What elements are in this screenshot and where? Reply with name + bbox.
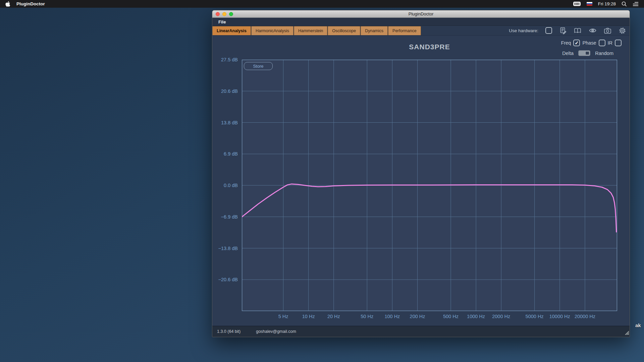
frequency-response-plot[interactable]: Store [242,60,617,311]
y-tick-label: 13.8 dB [221,120,238,125]
y-tick-label: 0.0 dB [224,183,238,188]
y-tick-label: 27.5 dB [221,57,238,62]
random-label: Random [595,51,613,56]
y-tick-label: −20.6 dB [218,277,238,282]
minimize-button[interactable] [222,12,226,16]
x-tick-label: 100 Hz [384,314,400,319]
x-tick-label: 10000 Hz [549,314,570,319]
x-tick-label: 50 Hz [361,314,373,319]
tab-linearanalysis[interactable]: LinearAnalysis [212,26,251,35]
spotlight-search-icon[interactable] [622,1,627,7]
signal-mode-controls: Delta Random [562,50,613,56]
flag-stripe-red [587,4,592,6]
tab-harmonicanalysis[interactable]: HarmonicAnalysis [251,26,293,35]
x-tick-label: 1000 Hz [467,314,485,319]
x-tick-label: 10 Hz [302,314,315,319]
x-tick-label: 200 Hz [410,314,425,319]
tab-performance[interactable]: Performance [388,26,421,35]
tab-oscilloscope[interactable]: Oscilloscope [328,26,360,35]
author-email: goshalev@gmail.com [256,329,296,334]
camera-icon[interactable] [604,27,611,34]
close-button[interactable] [216,12,220,16]
y-tick-label: −6.9 dB [221,214,238,220]
file-menu[interactable]: File [218,19,226,24]
response-curve [242,184,616,232]
apple-icon[interactable] [5,1,10,7]
x-tick-label: 5000 Hz [526,314,544,319]
plugindoctor-window: PluginDoctor File LinearAnalysisHarmonic… [212,10,630,337]
window-titlebar[interactable]: PluginDoctor [212,10,630,18]
status-bar: 1.3.0 (64 bit) goshalev@gmail.com [212,326,630,337]
keyboard-icon[interactable] [573,1,581,7]
y-tick-label: 20.6 dB [221,88,238,94]
linear-analysis-panel: Freq ✓ Phase IR Delta Random SAND3PRE 27… [212,36,630,326]
delta-label: Delta [562,51,574,56]
notes-icon[interactable] [559,27,567,34]
eye-icon[interactable] [589,27,597,34]
notification-list-icon[interactable] [633,2,639,6]
tab-toolbar-row: LinearAnalysisHarmonicAnalysisHammerstei… [212,26,630,36]
tab-hammerstein[interactable]: Hammerstein [294,26,327,35]
x-tick-label: 5 Hz [278,314,288,319]
version-text: 1.3.0 (64 bit) [217,329,240,334]
x-tick-label: 2000 Hz [492,314,510,319]
y-tick-label: 6.9 dB [224,151,238,157]
menu-bar: PluginDoctor Fri 19:28 [0,0,644,8]
window-menu-bar: File [212,18,630,26]
use-hardware-checkbox[interactable] [545,27,552,34]
plot-canvas [242,60,617,311]
input-language-flag-icon[interactable] [587,2,592,6]
plugin-name-title: SAND3PRE [242,43,617,51]
menubar-app-name[interactable]: PluginDoctor [16,1,45,6]
resize-grip[interactable] [624,330,629,337]
zoom-button[interactable] [229,12,233,16]
x-axis-labels: 5 Hz10 Hz20 Hz50 Hz100 Hz200 Hz500 Hz100… [242,314,617,321]
y-axis-labels: 27.5 dB20.6 dB13.8 dB6.9 dB0.0 dB−6.9 dB… [212,60,239,311]
book-icon[interactable] [574,27,582,34]
delta-random-toggle[interactable] [578,50,590,56]
tab-dynamics[interactable]: Dynamics [361,26,388,35]
store-button[interactable]: Store [244,62,273,70]
window-title: PluginDoctor [212,11,630,16]
x-tick-label: 20000 Hz [575,314,595,319]
use-hardware-label: Use hardware: [509,28,538,33]
analysis-tabs: LinearAnalysisHarmonicAnalysisHammerstei… [212,26,421,35]
x-tick-label: 500 Hz [443,314,459,319]
toggle-knob [585,51,589,55]
gear-icon[interactable] [619,27,626,35]
y-tick-label: −13.8 dB [218,246,238,251]
x-tick-label: 20 Hz [327,314,340,319]
desktop-icon-label: ak [635,322,641,328]
menubar-clock[interactable]: Fri 19:28 [598,1,616,6]
